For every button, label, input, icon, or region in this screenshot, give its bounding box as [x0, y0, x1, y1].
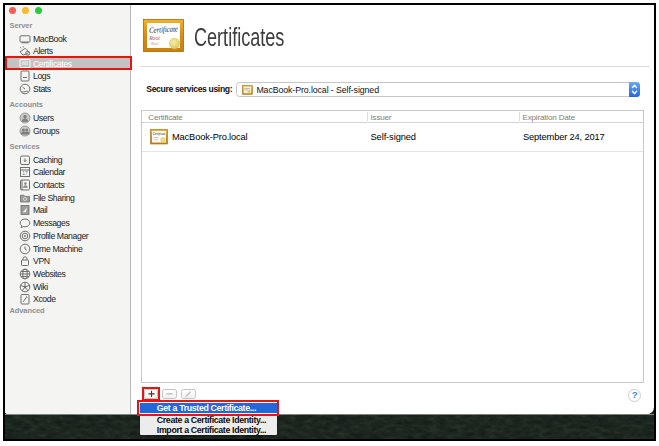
- svg-text:17: 17: [22, 172, 28, 177]
- svg-text:Root: Root: [149, 35, 161, 41]
- svg-text:Root: Root: [152, 137, 159, 140]
- svg-text:Certificate: Certificate: [149, 24, 179, 35]
- svg-text:~Root~: ~Root~: [150, 42, 160, 46]
